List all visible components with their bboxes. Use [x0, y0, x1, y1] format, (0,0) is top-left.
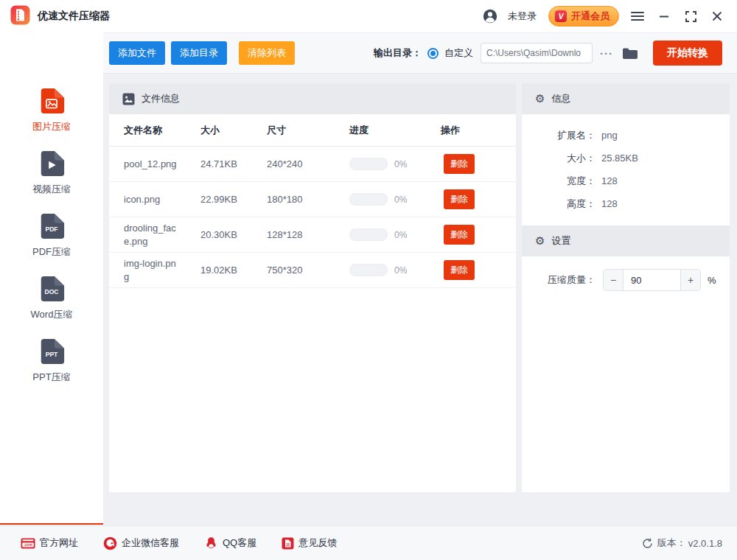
version-label: 版本：: [657, 536, 686, 550]
table-row: pool_12.png 24.71KB 240*240 0% 删除: [109, 147, 516, 182]
login-status[interactable]: 未登录: [508, 10, 537, 23]
app-title: 优速文件压缩器: [38, 10, 110, 23]
file-name: pool_12.png: [124, 153, 180, 175]
file-size: 22.99KB: [200, 194, 267, 205]
output-dir-label: 输出目录：: [374, 46, 422, 60]
quality-stepper: − +: [603, 269, 701, 291]
gear-icon: ⚙: [535, 94, 545, 105]
delete-button[interactable]: 删除: [444, 225, 475, 245]
col-progress: 进度: [349, 124, 441, 137]
toolbar: 添加文件 添加目录 清除列表 输出目录： 自定义 ··· 开始转换: [103, 32, 737, 74]
file-list-panel: 文件信息 文件名称 大小 尺寸 进度 操作 pool_12.png 24.71K…: [109, 83, 516, 492]
table-row: img-login.png 19.02KB 750*320 0% 删除: [109, 253, 516, 288]
vip-button-label: 开通会员: [571, 10, 609, 23]
info-field-width: 宽度： 128: [522, 169, 730, 192]
delete-button[interactable]: 删除: [444, 189, 475, 209]
info-field-extension: 扩展名： png: [522, 124, 730, 147]
quality-minus-button[interactable]: −: [604, 270, 624, 290]
file-name: drooling_face.png: [124, 217, 180, 252]
add-directory-button[interactable]: 添加目录: [171, 41, 227, 65]
open-folder-icon[interactable]: [621, 47, 640, 60]
table-header: 文件名称 大小 尺寸 进度 操作: [109, 114, 516, 147]
delete-button[interactable]: 删除: [444, 154, 475, 174]
menu-icon[interactable]: [629, 8, 646, 24]
file-name: img-login.png: [124, 253, 180, 287]
progress-bar: [349, 158, 388, 170]
sidebar-item-word-compress[interactable]: DOC Word压缩: [0, 275, 103, 337]
qq-service-link[interactable]: QQ客服: [204, 536, 256, 550]
file-size: 19.02KB: [200, 265, 267, 276]
progress-bar: [349, 193, 388, 206]
doc-file-icon: DOC: [38, 275, 66, 303]
output-path-input[interactable]: [481, 43, 593, 63]
file-size: 24.71KB: [200, 158, 267, 169]
feedback-link[interactable]: 意见反馈: [282, 536, 337, 550]
version-info: 版本：v2.0.1.8: [642, 536, 722, 550]
website-icon: .com: [21, 538, 35, 549]
maximize-icon[interactable]: [682, 8, 699, 24]
delete-button[interactable]: 删除: [444, 260, 475, 280]
sidebar-item-image-compress[interactable]: 图片压缩: [0, 87, 103, 150]
minimize-icon[interactable]: [656, 8, 672, 24]
col-size: 大小: [200, 124, 267, 137]
file-panel-header: 文件信息: [109, 83, 516, 114]
sidebar-item-pdf-compress[interactable]: PDF PDF压缩: [0, 212, 103, 275]
add-file-button[interactable]: 添加文件: [109, 41, 165, 65]
titlebar: 优速文件压缩器 未登录 V 开通会员: [0, 0, 737, 32]
app-logo-icon: [10, 5, 30, 28]
svg-text:DOC: DOC: [45, 288, 59, 295]
gear-icon: ⚙: [535, 236, 545, 247]
pdf-file-icon: PDF: [38, 212, 66, 240]
clear-list-button[interactable]: 清除列表: [239, 41, 295, 65]
footer: .com 官方网址 企业微信客服 QQ客服: [0, 525, 737, 560]
col-filename: 文件名称: [124, 124, 200, 137]
settings-panel-header: ⚙ 设置: [522, 225, 730, 256]
update-icon: [642, 538, 653, 549]
info-field-size: 大小： 25.85KB: [522, 147, 730, 169]
col-dims: 尺寸: [267, 124, 349, 137]
qq-icon: [204, 536, 218, 550]
quality-unit: %: [708, 275, 716, 286]
video-file-icon: [38, 150, 66, 178]
col-action: 操作: [441, 124, 516, 137]
file-dims: 128*128: [267, 229, 349, 240]
ppt-file-icon: PPT: [38, 337, 66, 365]
svg-text:.com: .com: [24, 542, 32, 547]
info-settings-panel: ⚙ 信息 扩展名： png 大小： 25.85KB 宽度： 128 高度：: [522, 83, 730, 492]
wechat-service-link[interactable]: 企业微信客服: [103, 536, 179, 550]
file-dims: 240*240: [267, 158, 349, 169]
content-area: 文件信息 文件名称 大小 尺寸 进度 操作 pool_12.png 24.71K…: [103, 74, 737, 525]
file-dims: 750*320: [267, 265, 349, 276]
browse-more-button[interactable]: ···: [598, 47, 615, 60]
start-convert-button[interactable]: 开始转换: [653, 41, 722, 66]
progress-value: 0%: [394, 195, 407, 205]
close-icon[interactable]: [709, 8, 725, 24]
vip-badge-icon: V: [555, 10, 567, 22]
quality-label: 压缩质量：: [522, 273, 595, 287]
quality-plus-button[interactable]: +: [680, 270, 700, 290]
image-file-icon: [38, 87, 66, 115]
feedback-icon: [282, 537, 294, 550]
picture-icon: [122, 93, 135, 105]
svg-text:PPT: PPT: [46, 351, 58, 358]
sidebar-item-ppt-compress[interactable]: PPT PPT压缩: [0, 337, 103, 400]
user-avatar-icon[interactable]: [483, 9, 497, 24]
custom-radio[interactable]: [427, 48, 439, 59]
quality-input[interactable]: [624, 270, 680, 290]
app-window: 优速文件压缩器 未登录 V 开通会员: [0, 0, 737, 560]
progress-value: 0%: [394, 230, 407, 240]
sidebar-item-video-compress[interactable]: 视频压缩: [0, 150, 103, 212]
official-website-link[interactable]: .com 官方网址: [21, 536, 78, 550]
file-size: 20.30KB: [200, 229, 267, 240]
info-panel-header: ⚙ 信息: [522, 83, 730, 114]
table-row: icon.png 22.99KB 180*180 0% 删除: [109, 182, 516, 217]
custom-radio-label[interactable]: 自定义: [444, 46, 473, 60]
sidebar: 图片压缩 视频压缩 PDF PDF压缩 DOC Word压缩: [0, 32, 103, 525]
file-dims: 180*180: [267, 194, 349, 205]
progress-value: 0%: [394, 265, 407, 276]
progress-bar: [349, 264, 388, 276]
file-name: icon.png: [124, 189, 180, 211]
open-vip-button[interactable]: V 开通会员: [548, 6, 619, 27]
version-number: v2.0.1.8: [688, 538, 722, 549]
progress-bar: [349, 228, 388, 241]
